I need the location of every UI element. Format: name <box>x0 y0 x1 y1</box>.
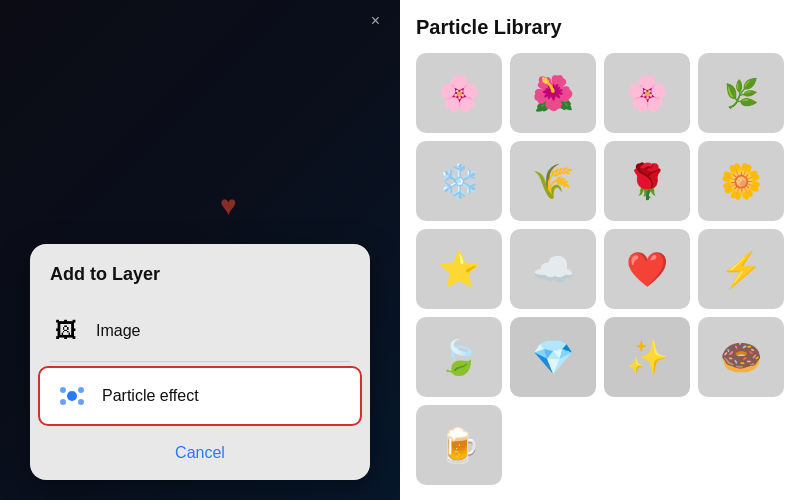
image-icon: 🖼 <box>50 315 82 347</box>
particle-cell-6[interactable]: 🌾 <box>510 141 596 221</box>
particle-cell-16[interactable]: 🍩 <box>698 317 784 397</box>
dialog-item-particle[interactable]: Particle effect <box>38 366 362 426</box>
particle-cell-14[interactable]: 💎 <box>510 317 596 397</box>
close-button[interactable]: × <box>371 12 380 30</box>
particle-cell-12[interactable]: ⚡ <box>698 229 784 309</box>
svg-point-1 <box>60 387 66 393</box>
particle-cell-13[interactable]: 🍃 <box>416 317 502 397</box>
image-label: Image <box>96 322 140 340</box>
library-title: Particle Library <box>416 16 784 39</box>
particle-icon <box>56 380 88 412</box>
svg-point-4 <box>78 399 84 405</box>
particle-cell-4[interactable]: 🌿 <box>698 53 784 133</box>
dialog-title: Add to Layer <box>30 264 370 301</box>
particle-cell-2[interactable]: 🌺 <box>510 53 596 133</box>
particle-cell-15[interactable]: ✨ <box>604 317 690 397</box>
particle-label: Particle effect <box>102 387 199 405</box>
particle-cell-17[interactable]: 🍺 <box>416 405 502 485</box>
svg-point-0 <box>67 391 77 401</box>
particle-cell-11[interactable]: ❤️ <box>604 229 690 309</box>
particle-cell-1[interactable]: 🌸 <box>416 53 502 133</box>
particle-grid: 🌸 🌺 🌸 🌿 ❄️ 🌾 🌹 🌼 ⭐ ☁️ ❤️ ⚡ 🍃 💎 ✨ 🍩 🍺 <box>416 53 784 485</box>
particle-cell-5[interactable]: ❄️ <box>416 141 502 221</box>
dialog-item-image[interactable]: 🖼 Image <box>30 301 370 361</box>
svg-point-3 <box>60 399 66 405</box>
add-to-layer-dialog: Add to Layer 🖼 Image Particle effect Can… <box>30 244 370 480</box>
particle-cell-9[interactable]: ⭐ <box>416 229 502 309</box>
cancel-button[interactable]: Cancel <box>30 430 370 470</box>
right-panel: Particle Library 🌸 🌺 🌸 🌿 ❄️ 🌾 🌹 🌼 ⭐ ☁️ ❤… <box>400 0 800 500</box>
dialog-divider <box>50 361 350 362</box>
bg-heart-decoration: ♥ <box>220 190 237 222</box>
particle-cell-10[interactable]: ☁️ <box>510 229 596 309</box>
svg-point-2 <box>78 387 84 393</box>
particle-cell-3[interactable]: 🌸 <box>604 53 690 133</box>
particle-cell-7[interactable]: 🌹 <box>604 141 690 221</box>
particle-cell-8[interactable]: 🌼 <box>698 141 784 221</box>
left-panel: ♥ × Add to Layer 🖼 Image Particle effect <box>0 0 400 500</box>
